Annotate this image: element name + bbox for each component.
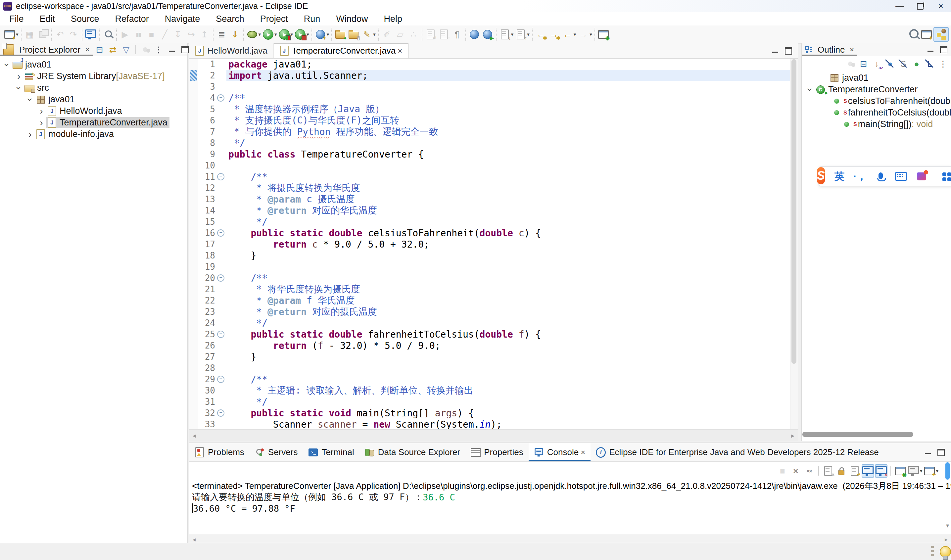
hide-non-public-icon[interactable]: ● (910, 57, 923, 71)
hide-static-members-icon[interactable]: S (897, 57, 909, 71)
tab-problems[interactable]: Problems (189, 443, 249, 462)
minimize-view-icon[interactable] (166, 43, 178, 56)
pin-console-icon[interactable]: ◉ (894, 465, 906, 478)
view-menu-icon[interactable]: ⋮ (937, 57, 949, 71)
code-line-23[interactable]: 23 * @return 对应的摄氏温度 (189, 306, 798, 317)
previous-edit-location-icon[interactable]: ←✱ (535, 28, 547, 41)
next-annotation-icon[interactable]: ↓ (499, 28, 511, 41)
ime-mode-icon[interactable]: 英 (833, 170, 846, 183)
show-whitespace-icon[interactable]: ¶ (451, 28, 463, 41)
code-line-32[interactable]: 32− public static void main(String[] arg… (189, 408, 798, 418)
fold-collapse-icon[interactable]: − (217, 173, 225, 180)
previous-annotation-icon-dropdown[interactable]: ▾ (527, 31, 529, 37)
code-line-24[interactable]: 24 */ (189, 317, 798, 329)
tree-item-java01[interactable]: ›java01 (0, 59, 187, 71)
code-line-26[interactable]: 26 return (f - 32.0) * 5.0 / 9.0; (189, 340, 798, 351)
previous-annotation-icon[interactable]: ↑ (514, 28, 527, 41)
skip-all-breakpoints-icon[interactable]: ≣ (215, 28, 228, 41)
code-line-17[interactable]: 17 return c * 9.0 / 5.0 + 32.0; (189, 238, 798, 250)
code-line-29[interactable]: 29− /** (189, 374, 798, 385)
run-on-server-icon[interactable]: ▶ (481, 28, 494, 41)
code-line-12[interactable]: 12 * 将摄氏度转换为华氏度 (189, 182, 798, 194)
import-icon[interactable]: ▯ (347, 28, 360, 41)
console-vertical-scrollbar[interactable] (945, 462, 949, 480)
open-file-icon[interactable]: ● (334, 28, 346, 41)
menu-run[interactable]: Run (296, 12, 328, 26)
ime-punctuation-icon[interactable]: ·， (854, 170, 866, 183)
menu-edit[interactable]: Edit (32, 12, 63, 26)
maximize-view-icon[interactable] (937, 43, 950, 56)
back-icon-dropdown[interactable]: ▾ (574, 31, 576, 37)
tree-item-src[interactable]: ›src (0, 82, 187, 94)
menu-window[interactable]: Window (328, 12, 376, 26)
coverage-icon-dropdown[interactable]: ▾ (291, 31, 293, 37)
code-line-8[interactable]: 8 */ (189, 137, 798, 149)
display-selected-console-icon-dropdown[interactable]: ▾ (920, 468, 923, 474)
show-stdout-icon[interactable] (862, 465, 874, 478)
open-console-view-icon[interactable] (85, 28, 97, 41)
next-edit-location-icon[interactable]: →✱ (548, 28, 560, 41)
pin-editor-icon[interactable]: ◉ (597, 28, 610, 41)
ime-toolbox-icon[interactable] (936, 170, 948, 183)
code-line-10[interactable]: 10 (189, 160, 798, 171)
inspect-icon[interactable] (102, 28, 114, 41)
menu-project[interactable]: Project (252, 12, 296, 26)
editor-tab-temperatureconverter-java[interactable]: JTemperatureConverter.java× (274, 43, 409, 58)
tab-properties[interactable]: Properties (465, 443, 529, 462)
code-line-28[interactable]: 28 (189, 362, 798, 374)
fold-collapse-icon[interactable]: − (217, 94, 225, 102)
code-line-33[interactable]: 33 Scanner scanner = new Scanner(System.… (189, 418, 798, 429)
code-editor[interactable]: 1package java01;2import java.util.Scanne… (189, 58, 798, 429)
code-line-18[interactable]: 18 } (189, 250, 798, 261)
expander-icon[interactable]: › (805, 85, 815, 95)
hide-fields-icon[interactable]: ● (884, 57, 896, 71)
code-line-16[interactable]: 16− public static double celsiusToFahren… (189, 228, 798, 238)
minimize-editor-icon[interactable] (769, 45, 782, 58)
code-line-21[interactable]: 21 * 将华氏度转换为摄氏度 (189, 284, 798, 295)
tab-project-explorer[interactable]: Project Explorer × (0, 43, 93, 56)
tree-item-helloworld-java[interactable]: ›JHelloWorld.java (0, 105, 187, 117)
tree-item-jre-system-library[interactable]: ›JRE System Library [JavaSE-17] (0, 71, 187, 82)
outline-item-temperatureconverter[interactable]: ›CTemperatureConverter (802, 84, 951, 95)
code-line-2[interactable]: 2import java.util.Scanner; (189, 70, 798, 81)
code-line-11[interactable]: 11− /** (189, 171, 798, 182)
code-line-25[interactable]: 25− public static double fahrenheitToCel… (189, 329, 798, 340)
sogou-logo-icon[interactable]: S (817, 167, 825, 185)
tab-data-source-explorer[interactable]: Data Source Explorer (360, 443, 466, 462)
fold-collapse-icon[interactable]: − (217, 331, 225, 338)
new-wizard-icon[interactable]: ✦ (3, 28, 16, 41)
outline-item-fahrenheittocelsius-double[interactable]: SfahrenheitToCelsius(double) (802, 107, 951, 118)
fold-collapse-icon[interactable]: − (217, 409, 225, 417)
web-browser-icon[interactable] (468, 28, 481, 41)
menu-search[interactable]: Search (208, 12, 252, 26)
close-icon[interactable]: × (849, 45, 854, 54)
collapse-all-icon[interactable]: ⊟ (857, 57, 870, 71)
next-annotation-icon-dropdown[interactable]: ▾ (511, 31, 514, 37)
code-line-7[interactable]: 7 * 与你提供的 Python 程序功能、逻辑完全一致 (189, 126, 798, 137)
close-icon[interactable]: × (580, 448, 585, 457)
search-icon[interactable] (907, 28, 920, 41)
java-ee-perspective-icon[interactable] (934, 27, 949, 42)
forward-icon-dropdown[interactable]: ▾ (589, 31, 592, 37)
clear-console-icon[interactable]: × (822, 465, 834, 478)
tab-terminal[interactable]: >_Terminal (303, 443, 359, 462)
expander-icon[interactable]: › (36, 106, 46, 117)
open-console-icon-dropdown[interactable]: ▾ (936, 468, 939, 474)
code-line-27[interactable]: 27 } (189, 351, 798, 362)
menu-navigate[interactable]: Navigate (157, 12, 208, 26)
code-line-9[interactable]: 9public class TemperatureConverter { (189, 149, 798, 160)
close-button[interactable]: × (931, 0, 951, 12)
code-line-13[interactable]: 13 * @param c 摄氏温度 (189, 194, 798, 205)
tab-console[interactable]: Console× (529, 443, 591, 462)
minimize-view-icon[interactable] (924, 43, 937, 56)
sort-icon[interactable]: ↓az (871, 57, 883, 71)
code-line-14[interactable]: 14 * @return 对应的华氏温度 (189, 205, 798, 216)
code-line-31[interactable]: 31 */ (189, 396, 798, 408)
ime-keyboard-icon[interactable] (895, 170, 907, 183)
expander-icon[interactable]: › (14, 71, 24, 82)
scroll-lock-icon[interactable] (835, 465, 848, 478)
profile-icon[interactable] (294, 28, 306, 41)
menu-refactor[interactable]: Refactor (107, 12, 157, 26)
remove-all-terminated-icon[interactable]: ×× (803, 465, 815, 478)
debug-icon-dropdown[interactable]: ▾ (259, 31, 261, 37)
